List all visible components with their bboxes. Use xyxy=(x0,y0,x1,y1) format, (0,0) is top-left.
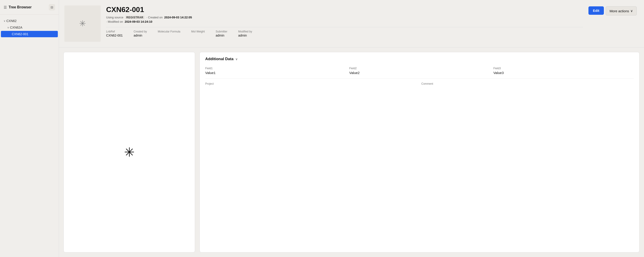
modified-date: 2024-09-03 14:24:10 xyxy=(125,20,152,23)
compound-info: CXN62-001 Using source REGISTRAR · Creat… xyxy=(106,6,583,37)
source-tag: REGISTRAR xyxy=(125,16,145,19)
additional-data-chevron[interactable]: ∨ xyxy=(236,57,238,61)
field-lnbref: LnbRef CXN62-001 xyxy=(106,30,123,37)
modified-by-value: admin xyxy=(238,34,252,37)
sidebar-item-CXN62A[interactable]: ∨ CXN62A xyxy=(1,24,58,31)
sidebar-item-CXN62-001[interactable]: CXN62-001 xyxy=(1,31,58,37)
sidebar-filter-button[interactable]: ⊟ xyxy=(49,4,55,11)
compound-image: ✳ xyxy=(64,6,101,42)
lnbref-label: LnbRef xyxy=(106,30,123,33)
lnbref-value: CXN62-001 xyxy=(106,34,123,37)
field3-label: Field3 xyxy=(494,67,634,70)
comment-col: Comment xyxy=(421,82,634,86)
mol-weight-label: Mol Weight xyxy=(191,30,205,33)
field-modified-by: Modified by admin xyxy=(238,30,252,37)
modified-prefix: · Modified on xyxy=(106,20,123,23)
created-date: 2024-09-03 14:22:05 xyxy=(164,16,192,19)
field2-label: Field2 xyxy=(349,67,490,70)
created-prefix: · Created on xyxy=(146,16,163,19)
divider xyxy=(106,27,583,27)
tree-item-label: CXN62A xyxy=(10,26,22,29)
main-content: ✳ CXN62-001 Using source REGISTRAR · Cre… xyxy=(59,0,644,257)
tree-browser-icon: ☰ xyxy=(4,5,7,10)
more-actions-label: More actions xyxy=(610,9,629,13)
project-label: Project xyxy=(205,82,418,85)
filter-icon: ⊟ xyxy=(50,6,53,9)
additional-data-fields-row1: Field1 Value1 Field2 Value2 Field3 Value… xyxy=(205,67,634,75)
field1-col: Field1 Value1 xyxy=(205,67,346,75)
compound-meta-source: Using source REGISTRAR · Created on 2024… xyxy=(106,16,583,19)
compound-thumbnail-placeholder: ✳ xyxy=(79,19,86,28)
comment-label: Comment xyxy=(421,82,634,85)
tree-item-label: CXN62 xyxy=(6,19,16,23)
fields-divider xyxy=(205,78,634,79)
field2-col: Field2 Value2 xyxy=(349,67,490,75)
chevron-icon: ∨ xyxy=(7,26,9,29)
sidebar-header: ☰ Tree Browser ⊟ xyxy=(0,0,59,15)
top-panel: ✳ CXN62-001 Using source REGISTRAR · Cre… xyxy=(59,0,644,48)
sidebar-item-CXN62[interactable]: ∨ CXN62 xyxy=(1,18,58,24)
submitter-label: Submitter xyxy=(216,30,227,33)
edit-button[interactable]: Edit xyxy=(588,6,604,15)
additional-data-header: Additional Data ∨ xyxy=(205,57,634,61)
project-col: Project xyxy=(205,82,418,86)
field-submitter: Submitter admin xyxy=(216,30,227,37)
sidebar: ☰ Tree Browser ⊟ ∨ CXN62 ∨ CXN62A CXN62-… xyxy=(0,0,59,257)
additional-data-fields-row2: Project Comment xyxy=(205,82,634,86)
chevron-down-icon: ∨ xyxy=(630,9,633,13)
modified-by-label: Modified by xyxy=(238,30,252,33)
additional-data-panel: Additional Data ∨ Field1 Value1 Field2 V… xyxy=(200,52,640,252)
field1-value: Value1 xyxy=(205,71,346,75)
compound-meta-modified: · Modified on 2024-09-03 14:24:10 xyxy=(106,20,583,23)
sidebar-tree: ∨ CXN62 ∨ CXN62A CXN62-001 xyxy=(0,15,59,257)
using-source-label: Using source xyxy=(106,16,123,19)
submitter-value: admin xyxy=(216,34,227,37)
compound-title: CXN62-001 xyxy=(106,6,583,14)
compound-fields-row: LnbRef CXN62-001 Created by admin Molecu… xyxy=(106,30,583,37)
chevron-icon: ∨ xyxy=(4,20,6,23)
created-by-label: Created by xyxy=(134,30,147,33)
tree-item-label: CXN62-001 xyxy=(12,32,28,36)
more-actions-button[interactable]: More actions ∨ xyxy=(606,6,637,16)
sidebar-title-wrapper: ☰ Tree Browser xyxy=(4,5,32,10)
additional-data-title: Additional Data xyxy=(205,57,234,61)
molecular-formula-label: Molecular Formula xyxy=(158,30,180,33)
created-by-value: admin xyxy=(134,34,147,37)
field-mol-weight: Mol Weight xyxy=(191,30,205,37)
mol-placeholder: ✳ xyxy=(124,145,135,160)
field3-value: Value3 xyxy=(494,71,634,75)
field-created-by: Created by admin xyxy=(134,30,147,37)
field3-col: Field3 Value3 xyxy=(494,67,634,75)
field1-label: Field1 xyxy=(205,67,346,70)
top-actions: Edit More actions ∨ xyxy=(588,6,637,16)
field-molecular-formula: Molecular Formula xyxy=(158,30,180,37)
mol-panel: ✳ xyxy=(64,52,195,252)
field2-value: Value2 xyxy=(349,71,490,75)
sidebar-title: Tree Browser xyxy=(8,5,32,9)
bottom-area: ✳ Additional Data ∨ Field1 Value1 Field2… xyxy=(59,48,644,257)
